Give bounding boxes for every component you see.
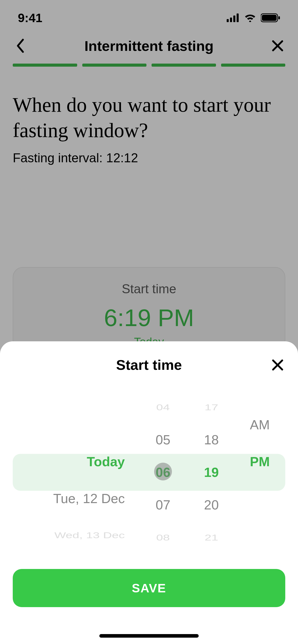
picker-item: 04 [138,396,188,419]
picker-hour-column[interactable]: 04 05 06 07 08 [138,391,188,554]
sheet-title: Start time [116,357,182,373]
picker-item [234,480,285,517]
picker-item [234,396,285,402]
save-button-label: SAVE [132,581,166,595]
sheet-close-button[interactable] [270,357,285,373]
picker-item-selected: 19 [188,456,234,489]
picker-item: AM [234,406,285,443]
picker-item: 08 [138,526,188,549]
picker-ampm-column[interactable]: AM PM [234,391,285,554]
touch-indicator [154,463,172,480]
picker-item [13,406,125,443]
time-picker-sheet: Start time Today Tue, 12 Dec Wed, 13 Dec… [0,341,298,644]
picker-item-selected: PM [234,443,285,480]
picker-item: 18 [188,423,234,456]
picker-item: 21 [188,526,234,549]
picker-item: Wed, 13 Dec [13,522,125,548]
picker-item: Tue, 12 Dec [13,480,125,517]
picker-item [234,521,285,528]
picker-item: 07 [138,489,188,521]
save-button[interactable]: SAVE [13,569,285,607]
picker-item: 20 [188,489,234,521]
home-indicator[interactable] [99,634,199,638]
picker-minute-column[interactable]: 17 18 19 20 21 [188,391,234,554]
close-icon [272,359,284,371]
picker-item-selected: Today [13,443,125,480]
picker-date-column[interactable]: Today Tue, 12 Dec Wed, 13 Dec [13,391,138,554]
picker-item: 17 [188,396,234,419]
picker-item: 05 [138,423,188,456]
picker-item [13,396,125,402]
time-picker[interactable]: Today Tue, 12 Dec Wed, 13 Dec 04 05 06 0… [13,391,285,554]
sheet-header: Start time [13,357,285,373]
picker-item-selected: 06 [138,456,188,489]
